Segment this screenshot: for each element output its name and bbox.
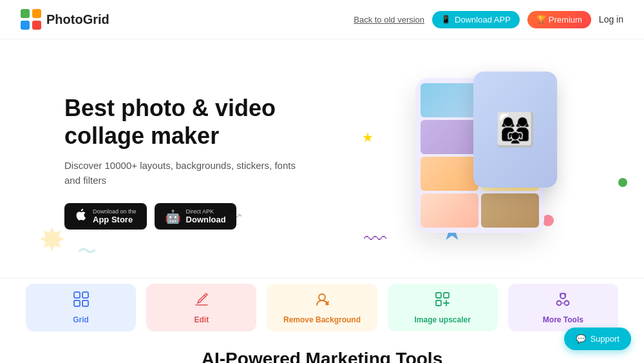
svg-rect-13 — [436, 300, 441, 306]
tool-grid[interactable]: Grid — [26, 284, 136, 331]
header-right: Back to old version Download APP Premium… — [354, 11, 623, 28]
tool-upscale[interactable]: Image upscaler — [388, 284, 498, 331]
blob-decoration: 〜 — [77, 239, 97, 265]
svg-rect-7 — [82, 300, 88, 306]
back-old-link[interactable]: Back to old version — [354, 15, 424, 25]
hero-buttons: Download on the App Store 🤖 Direct APK D… — [64, 203, 328, 230]
apk-text: Direct APK Download — [186, 208, 226, 224]
hero-subtitle: Discover 10000+ layouts, backgrounds, st… — [64, 159, 296, 188]
photo-cell-donuts — [421, 193, 478, 228]
upscale-label: Image upscaler — [415, 315, 471, 324]
remove-bg-label: Remove Background — [283, 315, 361, 324]
apple-icon — [75, 208, 88, 224]
logo-icon — [21, 9, 41, 30]
sun-decoration: ✸ — [39, 221, 66, 259]
support-button[interactable]: 💬 Support — [564, 328, 631, 350]
photo-cell-sky — [421, 83, 478, 117]
photo-cell-lavender — [421, 120, 478, 154]
login-button[interactable]: Log in — [599, 14, 623, 25]
photo-cell-peach — [421, 157, 478, 191]
apk-button[interactable]: 🤖 Direct APK Download — [155, 203, 236, 230]
svg-rect-12 — [444, 293, 449, 298]
tool-edit[interactable]: Edit — [146, 284, 256, 331]
premium-button[interactable]: Premium — [527, 11, 591, 28]
svg-point-15 — [557, 300, 562, 305]
support-icon: 💬 — [576, 334, 586, 344]
grid-icon — [73, 291, 90, 311]
more-tools-icon — [554, 291, 571, 311]
svg-rect-2 — [21, 21, 30, 30]
android-icon: 🤖 — [165, 209, 181, 224]
grid-label: Grid — [73, 315, 89, 324]
svg-rect-5 — [82, 292, 88, 298]
logo-text: PhotoGrid — [46, 12, 109, 27]
app-store-button[interactable]: Download on the App Store — [64, 203, 147, 230]
support-label: Support — [590, 334, 620, 344]
green-dot-deco — [618, 178, 627, 187]
more-tools-label: More Tools — [543, 315, 583, 324]
tool-remove-bg[interactable]: Remove Background — [267, 284, 377, 331]
download-app-button[interactable]: Download APP — [432, 11, 520, 28]
ai-section-title: AI-Powered Marketing Tools — [13, 349, 631, 363]
hero-title: Best photo & video collage maker — [64, 94, 309, 150]
app-store-text: Download on the App Store — [93, 208, 137, 224]
tools-section: Grid Edit Remove Background — [0, 278, 644, 336]
svg-rect-6 — [74, 300, 80, 306]
logo[interactable]: PhotoGrid — [21, 9, 109, 30]
svg-rect-4 — [74, 292, 80, 298]
purple-squiggle-hero: 〰 — [364, 226, 386, 252]
svg-rect-3 — [32, 21, 41, 30]
header: PhotoGrid Back to old version Download A… — [0, 0, 644, 39]
edit-icon — [193, 291, 210, 311]
edit-label: Edit — [194, 315, 209, 324]
hero-content: Best photo & video collage maker Discove… — [64, 94, 328, 230]
photo-cell-brown — [481, 193, 539, 228]
svg-rect-0 — [21, 9, 30, 18]
main-portrait-card: 👩‍👩‍👧 — [473, 72, 557, 188]
ai-section: AI-Powered Marketing Tools — [0, 336, 644, 363]
svg-rect-1 — [32, 9, 41, 18]
hero-illustration: ★ 〰 ★ 👩‍👧 — [328, 59, 592, 265]
hero-section: ✸ 〜 〰 Best photo & video collage maker D… — [0, 39, 644, 278]
svg-rect-11 — [436, 293, 441, 298]
remove-bg-icon — [314, 291, 330, 311]
svg-point-8 — [319, 294, 325, 300]
svg-point-16 — [565, 300, 569, 305]
tool-more[interactable]: More Tools — [508, 284, 618, 331]
svg-point-17 — [562, 302, 564, 304]
upscale-icon — [434, 291, 451, 311]
